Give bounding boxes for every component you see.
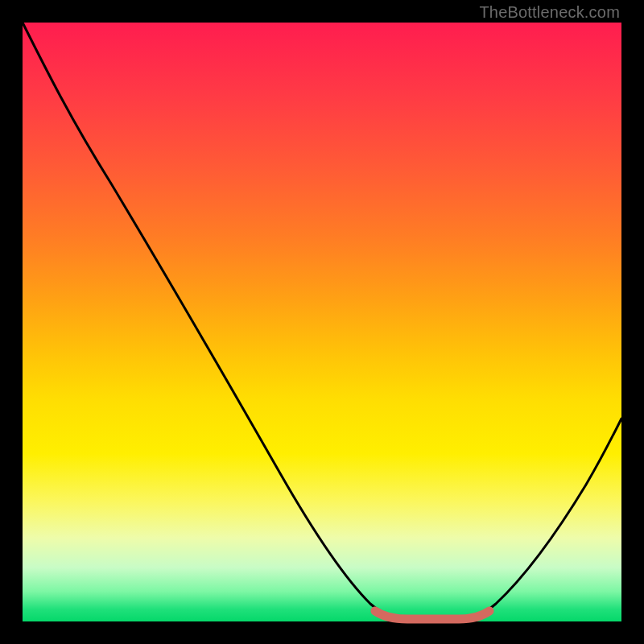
watermark-text: TheBottleneck.com (479, 3, 620, 22)
black-curve (23, 23, 621, 618)
chart-frame (23, 23, 621, 621)
red-flat-segment (375, 611, 489, 619)
chart-svg (23, 23, 621, 621)
